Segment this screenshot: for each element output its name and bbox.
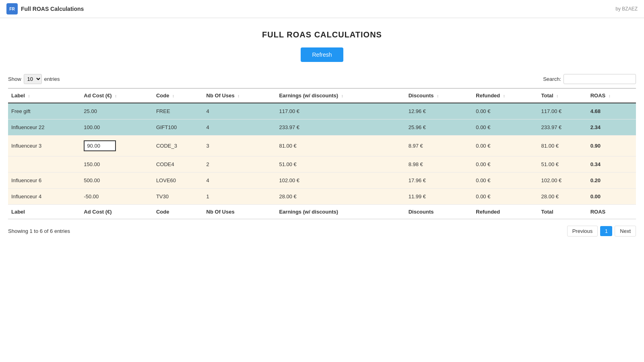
cell-ad_cost[interactable]: 150.00 [80,156,153,173]
editable-ad-cost[interactable]: 90.00 [84,140,116,151]
current-page[interactable]: 1 [600,226,612,236]
cell-refunded: 0.00 € [473,156,538,173]
app-title: Full ROAS Calculations [21,6,84,12]
cell-label: Influenceur 3 [8,136,80,156]
cell-label: Free gift [8,103,80,119]
cell-code: CODE_3 [153,136,203,156]
page-title: FULL ROAS CALCULATIONS [8,30,636,39]
table-row: Influenceur 390.00CODE_3381.00 €8.97 €0.… [8,136,636,156]
cell-roas: 4.68 [587,103,636,119]
foot-col-nb-uses: Nb Of Uses [203,205,276,219]
cell-label: Influenceur 22 [8,119,80,136]
cell-refunded: 0.00 € [473,189,538,205]
foot-col-discounts: Discounts [405,205,473,219]
cell-label: Influenceur 4 [8,189,80,205]
col-header-code: Code ↕ [153,88,203,103]
show-label: Show [8,76,21,82]
app-logo-icon: FR [6,3,18,14]
col-header-discounts: Discounts ↕ [405,88,473,103]
cell-ad_cost[interactable]: 25.00 [80,103,153,119]
cell-discounts: 8.98 € [405,156,473,173]
cell-total: 233.97 € [538,119,587,136]
col-header-label: Label ↕ [8,88,80,103]
search-box: Search: [543,74,636,84]
foot-col-code: Code [153,205,203,219]
table-row: Influenceur 6500.00LOVE604102.00 €17.96 … [8,173,636,189]
cell-refunded: 0.00 € [473,173,538,189]
cell-label [8,156,80,173]
col-header-refunded: Refunded ↕ [473,88,538,103]
sort-icon-earnings[interactable]: ↕ [341,94,343,98]
col-header-total: Total ↕ [538,88,587,103]
next-button[interactable]: Next [615,226,636,237]
cell-roas: 2.34 [587,119,636,136]
cell-code: GIFT100 [153,119,203,136]
foot-col-roas: ROAS [587,205,636,219]
cell-nb_uses: 4 [203,173,276,189]
cell-nb_uses: 1 [203,189,276,205]
table-row: Influenceur 4-50.00TV30128.00 €11.99 €0.… [8,189,636,205]
table-controls: Show 10 25 50 entries Search: [8,74,636,84]
entries-label: entries [44,76,60,82]
foot-col-earnings: Earnings (w/ discounts) [276,205,405,219]
app-byline: by BZAEZ [615,6,638,12]
cell-earnings: 81.00 € [276,136,405,156]
table-row: 150.00CODE4251.00 €8.98 €0.00 €51.00 €0.… [8,156,636,173]
cell-nb_uses: 2 [203,156,276,173]
app-header-left: FR Full ROAS Calculations [6,3,84,14]
sort-icon-refunded[interactable]: ↕ [503,94,505,98]
cell-refunded: 0.00 € [473,136,538,156]
cell-roas: 0.00 [587,189,636,205]
cell-nb_uses: 4 [203,119,276,136]
sort-icon-label[interactable]: ↕ [28,94,30,98]
sort-icon-discounts[interactable]: ↕ [437,94,439,98]
sort-icon-total[interactable]: ↕ [556,94,558,98]
cell-ad_cost[interactable]: 100.00 [80,119,153,136]
entries-select[interactable]: 10 25 50 [24,74,42,84]
col-header-nb-uses: Nb Of Uses ↕ [203,88,276,103]
cell-total: 51.00 € [538,156,587,173]
cell-nb_uses: 3 [203,136,276,156]
cell-ad_cost[interactable]: 500.00 [80,173,153,189]
search-label: Search: [543,76,561,82]
cell-earnings: 28.00 € [276,189,405,205]
sort-icon-nb-uses[interactable]: ↕ [237,94,239,98]
table-footer-row: Label Ad Cost (€) Code Nb Of Uses Earnin… [8,205,636,219]
cell-discounts: 11.99 € [405,189,473,205]
cell-refunded: 0.00 € [473,103,538,119]
cell-code: FREE [153,103,203,119]
cell-nb_uses: 4 [203,103,276,119]
cell-discounts: 8.97 € [405,136,473,156]
sort-icon-roas[interactable]: ↕ [609,94,611,98]
showing-info: Showing 1 to 6 of 6 entries [8,228,70,234]
table-footer: Showing 1 to 6 of 6 entries Previous 1 N… [8,226,636,237]
cell-ad_cost[interactable]: 90.00 [80,136,153,156]
refresh-btn-container: Refresh [8,47,636,62]
cell-discounts: 12.96 € [405,103,473,119]
cell-ad_cost[interactable]: -50.00 [80,189,153,205]
cell-code: TV30 [153,189,203,205]
cell-roas: 0.20 [587,173,636,189]
previous-button[interactable]: Previous [567,226,598,237]
sort-icon-code[interactable]: ↕ [172,94,174,98]
col-header-ad-cost: Ad Cost (€) ↕ [80,88,153,103]
cell-label: Influenceur 6 [8,173,80,189]
cell-discounts: 25.96 € [405,119,473,136]
table-row: Influenceur 22100.00GIFT1004233.97 €25.9… [8,119,636,136]
cell-total: 28.00 € [538,189,587,205]
table-header-row: Label ↕ Ad Cost (€) ↕ Code ↕ Nb Of Uses … [8,88,636,103]
cell-code: CODE4 [153,156,203,173]
cell-earnings: 102.00 € [276,173,405,189]
foot-col-refunded: Refunded [473,205,538,219]
table-row: Free gift25.00FREE4117.00 €12.96 €0.00 €… [8,103,636,119]
cell-total: 117.00 € [538,103,587,119]
search-input[interactable] [564,74,636,84]
cell-earnings: 233.97 € [276,119,405,136]
app-header: FR Full ROAS Calculations by BZAEZ [0,0,644,18]
main-content: FULL ROAS CALCULATIONS Refresh Show 10 2… [0,18,644,249]
foot-col-total: Total [538,205,587,219]
show-entries-control: Show 10 25 50 entries [8,74,60,84]
pagination: Previous 1 Next [567,226,636,237]
refresh-button[interactable]: Refresh [301,47,343,62]
sort-icon-ad-cost[interactable]: ↕ [115,94,117,98]
